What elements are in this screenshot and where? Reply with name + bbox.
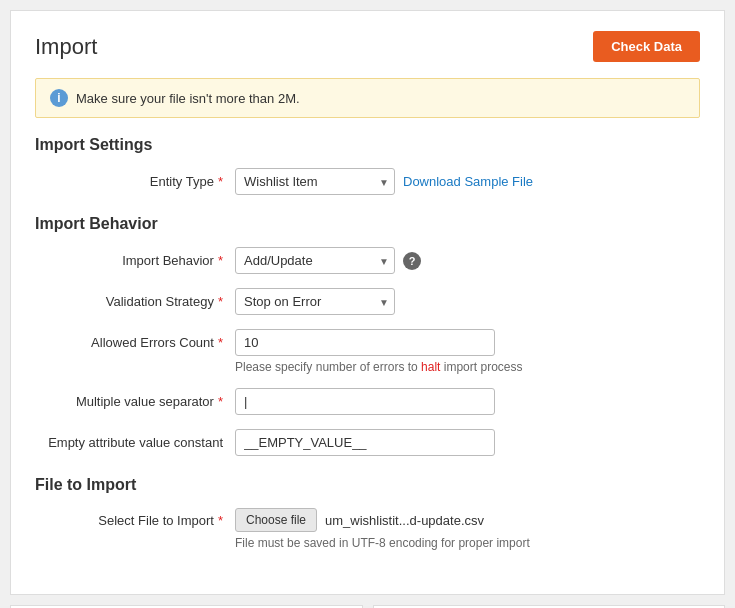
behavior-control: Add/Update ▼ ?: [235, 247, 421, 274]
page-title: Import: [35, 34, 97, 60]
empty-attr-label: Empty attribute value constant: [35, 435, 235, 450]
errors-count-hint: Please specify number of errors to halt …: [235, 360, 700, 374]
errors-count-group: Allowed Errors Count* Please specify num…: [35, 329, 700, 374]
file-hint: File must be saved in UTF-8 encoding for…: [235, 536, 700, 550]
check-data-button[interactable]: Check Data: [593, 31, 700, 62]
file-to-import-section: File to Import Select File to Import* Ch…: [35, 476, 700, 550]
import-behavior-select[interactable]: Add/Update: [235, 247, 395, 274]
entity-type-label: Entity Type*: [35, 174, 235, 189]
errors-count-control: [235, 329, 495, 356]
errors-count-row: Allowed Errors Count*: [35, 329, 700, 356]
validation-strategy-select[interactable]: Stop on Error: [235, 288, 395, 315]
page-header: Import Check Data: [35, 31, 700, 62]
validation-strategy-row: Validation Strategy* Stop on Error ▼: [35, 288, 700, 315]
separator-control: [235, 388, 495, 415]
required-star: *: [218, 174, 223, 189]
entity-type-control: Wishlist Item ▼ Download Sample File: [235, 168, 533, 195]
entity-type-select-wrapper: Wishlist Item ▼: [235, 168, 395, 195]
import-settings-section: Import Settings Entity Type* Wishlist It…: [35, 136, 700, 195]
separator-input[interactable]: [235, 388, 495, 415]
select-file-group: Select File to Import* Choose file um_wi…: [35, 508, 700, 550]
file-to-import-title: File to Import: [35, 476, 700, 494]
info-banner-text: Make sure your file isn't more than 2M.: [76, 91, 300, 106]
choose-file-button[interactable]: Choose file: [235, 508, 317, 532]
required-star-behavior: *: [218, 253, 223, 268]
import-behavior-title: Import Behavior: [35, 215, 700, 233]
select-file-label: Select File to Import*: [35, 513, 235, 528]
required-star-errors: *: [218, 335, 223, 350]
validation-strategy-control: Stop on Error ▼: [235, 288, 395, 315]
behavior-help-icon[interactable]: ?: [403, 252, 421, 270]
behavior-label: Import Behavior*: [35, 253, 235, 268]
separator-row: Multiple value separator*: [35, 388, 700, 415]
required-star-file: *: [218, 513, 223, 528]
empty-attr-input[interactable]: [235, 429, 495, 456]
validation-strategy-label: Validation Strategy*: [35, 294, 235, 309]
import-settings-title: Import Settings: [35, 136, 700, 154]
empty-attr-row: Empty attribute value constant: [35, 429, 700, 456]
empty-attr-control: [235, 429, 495, 456]
file-name: um_wishlistit...d-update.csv: [325, 513, 484, 528]
select-file-row: Select File to Import* Choose file um_wi…: [35, 508, 700, 532]
halt-text: halt: [421, 360, 440, 374]
validation-strategy-select-wrapper: Stop on Error ▼: [235, 288, 395, 315]
errors-count-input[interactable]: [235, 329, 495, 356]
import-behavior-section: Import Behavior Import Behavior* Add/Upd…: [35, 215, 700, 456]
info-icon: i: [50, 89, 68, 107]
entity-type-row: Entity Type* Wishlist Item ▼ Download Sa…: [35, 168, 700, 195]
separator-label: Multiple value separator*: [35, 394, 235, 409]
errors-count-label: Allowed Errors Count*: [35, 335, 235, 350]
required-star-separator: *: [218, 394, 223, 409]
required-star-validation: *: [218, 294, 223, 309]
behavior-select-wrapper: Add/Update ▼: [235, 247, 395, 274]
info-banner: i Make sure your file isn't more than 2M…: [35, 78, 700, 118]
file-input-control: Choose file um_wishlistit...d-update.csv: [235, 508, 484, 532]
behavior-row: Import Behavior* Add/Update ▼ ?: [35, 247, 700, 274]
entity-type-select[interactable]: Wishlist Item: [235, 168, 395, 195]
download-sample-link[interactable]: Download Sample File: [403, 174, 533, 189]
